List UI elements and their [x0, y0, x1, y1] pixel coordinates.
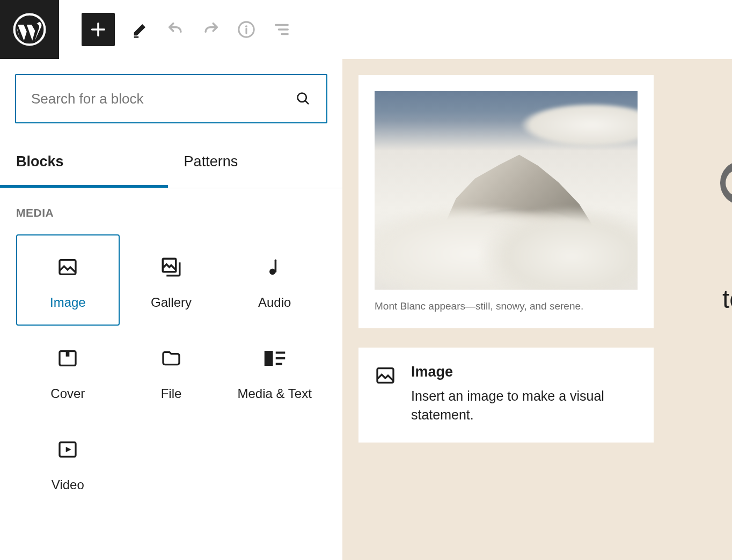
image-icon: [375, 365, 396, 386]
wordpress-logo[interactable]: [0, 0, 59, 59]
description-text: Insert an image to make a visual stateme…: [411, 387, 638, 424]
search-box[interactable]: [15, 74, 327, 123]
list-view-icon: [273, 20, 291, 39]
tab-blocks[interactable]: Blocks: [0, 138, 168, 188]
add-block-button[interactable]: [82, 13, 115, 46]
block-label: Image: [50, 295, 86, 310]
block-item-gallery[interactable]: Gallery: [120, 234, 223, 326]
block-label: Gallery: [151, 295, 192, 310]
block-item-audio[interactable]: Audio: [223, 234, 326, 326]
block-grid: Image Gallery: [0, 227, 342, 515]
undo-icon: [166, 20, 185, 39]
undo-button[interactable]: [165, 19, 186, 40]
cropped-element: [720, 161, 732, 205]
cropped-text: to: [722, 284, 732, 314]
pencil-icon: [131, 20, 149, 39]
block-label: Media & Text: [238, 386, 312, 401]
block-description-card: Image Insert an image to make a visual s…: [358, 348, 654, 443]
preview-caption: Mont Blanc appears—still, snowy, and ser…: [375, 300, 638, 312]
svg-rect-9: [264, 351, 273, 366]
tab-patterns[interactable]: Patterns: [168, 138, 342, 188]
inserter-tabs: Blocks Patterns: [0, 138, 342, 188]
media-text-icon: [263, 347, 287, 370]
file-icon: [159, 347, 183, 370]
redo-button[interactable]: [201, 19, 221, 40]
info-icon: [237, 20, 255, 39]
preview-image: [375, 91, 638, 290]
block-label: Audio: [258, 295, 291, 310]
svg-rect-8: [66, 351, 70, 357]
info-button[interactable]: [236, 19, 257, 40]
search-icon: [296, 91, 311, 106]
plus-icon: [89, 20, 107, 39]
block-preview-panel: Mont Blanc appears—still, snowy, and ser…: [342, 59, 732, 560]
block-inserter-panel: Blocks Patterns MEDIA Image: [0, 59, 342, 560]
edit-tool-button[interactable]: [130, 19, 150, 40]
list-view-button[interactable]: [272, 19, 292, 40]
preview-figure: Mont Blanc appears—still, snowy, and ser…: [358, 75, 654, 328]
svg-point-2: [245, 25, 247, 27]
block-item-media-text[interactable]: Media & Text: [223, 326, 326, 417]
block-label: File: [161, 386, 182, 401]
editor-topbar: [0, 0, 732, 59]
gallery-icon: [159, 255, 183, 279]
block-label: Cover: [50, 386, 85, 401]
audio-icon: [263, 255, 287, 279]
search-button[interactable]: [295, 91, 311, 107]
image-icon: [56, 255, 79, 279]
block-label: Video: [52, 477, 84, 492]
cover-icon: [56, 347, 79, 370]
block-item-file[interactable]: File: [120, 326, 223, 417]
description-title: Image: [411, 364, 638, 380]
block-item-video[interactable]: Video: [16, 417, 120, 508]
block-item-image[interactable]: Image: [16, 234, 120, 326]
video-icon: [56, 438, 79, 461]
block-item-cover[interactable]: Cover: [16, 326, 120, 417]
search-input[interactable]: [31, 91, 295, 107]
redo-icon: [202, 20, 220, 39]
section-title-media: MEDIA: [0, 188, 342, 227]
